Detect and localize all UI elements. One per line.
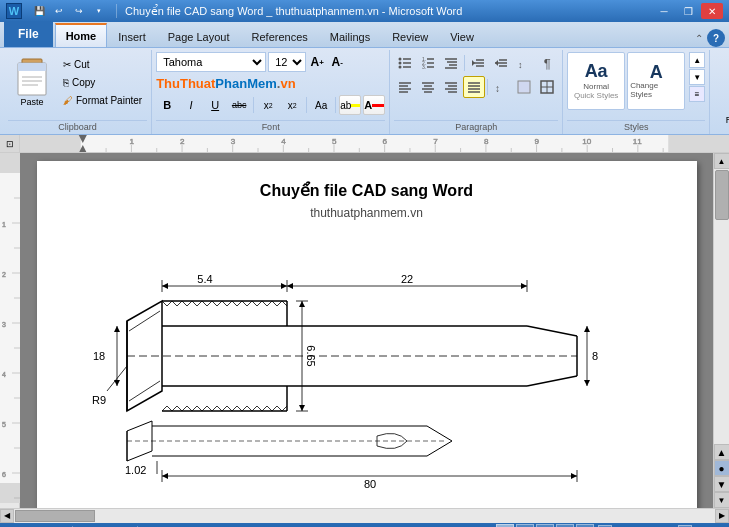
document-scroll[interactable]: 1 2 3 4 5 6 Chu: [0, 153, 713, 508]
select-browse-btn[interactable]: ●: [714, 460, 730, 476]
copy-btn[interactable]: ⎘Copy: [58, 74, 147, 91]
svg-line-124: [527, 326, 577, 336]
prev-page-btn[interactable]: ▲: [714, 444, 730, 460]
scroll-track[interactable]: [714, 169, 730, 444]
horizontal-scrollbar[interactable]: ◀ ▶: [0, 508, 729, 522]
hscroll-left-btn[interactable]: ◀: [0, 509, 14, 523]
help-arrow[interactable]: ⌃: [695, 33, 703, 44]
title-bar: W 💾 ↩ ↪ ▾ Chuyển file CAD sang Word _ th…: [0, 0, 729, 22]
numbering-btn[interactable]: 1.2.3.: [417, 52, 439, 74]
svg-point-6: [399, 58, 402, 61]
scroll-down-btn[interactable]: ▼: [714, 492, 730, 508]
font-color-btn[interactable]: A: [363, 95, 385, 115]
bullets-btn[interactable]: [394, 52, 416, 74]
vertical-scrollbar[interactable]: ▲ ▲ ● ▼ ▼: [713, 153, 729, 508]
style-preview-label: Normal: [583, 82, 609, 91]
paste-btn[interactable]: Paste: [8, 52, 56, 112]
svg-text:22: 22: [400, 273, 412, 285]
tab-file[interactable]: File: [4, 21, 53, 47]
paragraph-group: 1.2.3. ↕ ¶: [390, 50, 563, 134]
bold-btn[interactable]: B: [156, 95, 178, 115]
undo-quick-btn[interactable]: ↩: [50, 3, 68, 19]
font-family-select[interactable]: Tahoma: [156, 52, 266, 72]
next-page-btn[interactable]: ▼: [714, 476, 730, 492]
show-formatting-btn[interactable]: ¶: [536, 52, 558, 74]
cut-btn[interactable]: ✂Cut: [58, 56, 147, 73]
cut-icon: ✂: [63, 59, 71, 70]
tab-insert[interactable]: Insert: [107, 25, 157, 47]
ribbon: File Home Insert Page Layout References …: [0, 22, 729, 135]
text-highlight-btn[interactable]: ab: [339, 95, 361, 115]
strikethrough-btn[interactable]: abc: [228, 95, 250, 115]
decrease-indent-icon: [471, 56, 485, 70]
align-left-icon: [398, 81, 412, 93]
line-spacing-btn[interactable]: ↕: [490, 76, 512, 98]
editing-group: Find Replace Select Editing: [710, 50, 729, 134]
align-center-btn[interactable]: [417, 76, 439, 98]
style-up-btn[interactable]: ▲: [689, 52, 705, 68]
hscroll-thumb[interactable]: [15, 510, 95, 522]
restore-btn[interactable]: ❒: [677, 3, 699, 19]
justify-btn[interactable]: [463, 76, 485, 98]
superscript-btn[interactable]: x2: [281, 95, 303, 115]
hscroll-right-btn[interactable]: ▶: [715, 509, 729, 523]
svg-rect-93: [0, 173, 20, 483]
svg-marker-156: [571, 473, 577, 479]
close-btn[interactable]: ✕: [701, 3, 723, 19]
tab-view[interactable]: View: [439, 25, 485, 47]
align-center-icon: [421, 81, 435, 93]
font-size-select[interactable]: 12: [268, 52, 306, 72]
ruler-corner[interactable]: ⊡: [0, 135, 20, 153]
change-styles-btn[interactable]: A Change Styles: [627, 52, 685, 110]
scroll-thumb[interactable]: [715, 170, 729, 220]
svg-text:3: 3: [2, 321, 6, 328]
svg-text:11: 11: [633, 137, 643, 146]
styles-group: Aa Normal Quick Styles A Change Styles ▲…: [563, 50, 710, 134]
shrink-font-btn[interactable]: A-: [328, 53, 346, 71]
subscript-btn[interactable]: x2: [257, 95, 279, 115]
document-page: Chuyển file CAD sang Word thuthuatphanme…: [37, 161, 697, 508]
scroll-up-btn[interactable]: ▲: [714, 153, 730, 169]
style-more-btn[interactable]: ≡: [689, 86, 705, 102]
tab-home[interactable]: Home: [55, 23, 108, 47]
tab-mailings[interactable]: Mailings: [319, 25, 381, 47]
format-painter-btn[interactable]: 🖌Format Painter: [58, 92, 147, 109]
para-row-2: ↕: [394, 76, 558, 98]
document-subtitle: thuthuatphanmem.vn: [77, 206, 657, 220]
underline-btn[interactable]: U: [204, 95, 226, 115]
tab-page-layout[interactable]: Page Layout: [157, 25, 241, 47]
align-left-btn[interactable]: [394, 76, 416, 98]
multilevel-list-btn[interactable]: [440, 52, 462, 74]
tab-review[interactable]: Review: [381, 25, 439, 47]
minimize-btn[interactable]: ─: [653, 3, 675, 19]
svg-text:6: 6: [383, 137, 388, 146]
sort-btn[interactable]: ↕: [513, 52, 535, 74]
find-btn[interactable]: Find: [714, 54, 729, 109]
svg-text:18: 18: [92, 350, 104, 362]
replace-btn[interactable]: Replace: [714, 112, 729, 128]
shading-icon: [517, 80, 531, 94]
align-right-btn[interactable]: [440, 76, 462, 98]
hscroll-track[interactable]: [14, 509, 715, 523]
svg-marker-145: [299, 405, 305, 411]
text-highlight-icon: ab: [340, 100, 351, 111]
help-btn[interactable]: ?: [707, 29, 725, 47]
svg-marker-139: [281, 283, 287, 289]
increase-indent-btn[interactable]: [490, 52, 512, 74]
clipboard-small-btns: ✂Cut ⎘Copy 🖌Format Painter: [58, 52, 147, 109]
tab-references[interactable]: References: [241, 25, 319, 47]
clipboard-label: Clipboard: [8, 120, 147, 134]
qa-more-btn[interactable]: ▾: [90, 3, 108, 19]
svg-rect-56: [668, 135, 729, 153]
quick-styles-btn[interactable]: Aa Normal Quick Styles: [567, 52, 625, 110]
change-case-btn[interactable]: Aa: [310, 95, 332, 115]
svg-text:8: 8: [484, 137, 489, 146]
style-down-btn[interactable]: ▼: [689, 69, 705, 85]
grow-font-btn[interactable]: A+: [308, 53, 326, 71]
italic-btn[interactable]: I: [180, 95, 202, 115]
shading-btn[interactable]: [513, 76, 535, 98]
borders-btn[interactable]: [536, 76, 558, 98]
save-quick-btn[interactable]: 💾: [30, 3, 48, 19]
decrease-indent-btn[interactable]: [467, 52, 489, 74]
redo-quick-btn[interactable]: ↪: [70, 3, 88, 19]
